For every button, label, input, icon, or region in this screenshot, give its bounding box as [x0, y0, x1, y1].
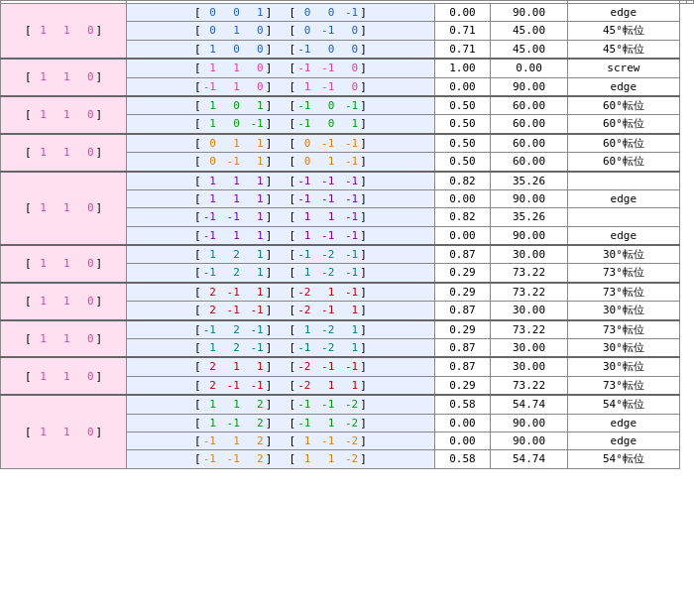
cos-value: 0.82 [434, 172, 490, 190]
t-vector-cell: [-1 1 0] [ 1 -1 0] [127, 77, 435, 96]
t-vector-cell: [ 1 1 1] [-1 -1 -1] [127, 189, 435, 207]
dislocation-type: 30°転位 [567, 245, 679, 264]
dislocation-type: 73°転位 [567, 264, 679, 283]
b-vector-cell: [ 1 1 0] [1, 4, 127, 60]
b-vector-cell: [ 1 1 0] [1, 245, 127, 283]
cos-value: 0.50 [434, 153, 490, 172]
angle-value: 60.00 [491, 115, 568, 134]
angle-value: 90.00 [491, 77, 568, 96]
cos-value: 0.71 [434, 40, 490, 59]
dislocation-type: 73°転位 [567, 320, 679, 339]
dislocation-type: edge [567, 77, 679, 96]
dislocation-type: 30°転位 [567, 339, 679, 358]
t-vector-cell: [ 2 -1 1] [-2 1 -1] [127, 283, 435, 302]
cos-value: 0.58 [434, 450, 490, 468]
angle-value: 45.00 [491, 40, 568, 59]
dislocation-type: 73°転位 [567, 283, 679, 302]
dislocation-type: screw [567, 59, 679, 77]
angle-value: 54.74 [491, 450, 568, 468]
cos-value: 0.50 [434, 115, 490, 134]
angle-value: 30.00 [491, 245, 568, 264]
t-vector-cell: [-1 -1 2] [ 1 1 -2] [127, 450, 435, 468]
angle-value: 30.00 [491, 339, 568, 358]
dislocation-type: 73°転位 [567, 376, 679, 395]
dislocation-type: 60°転位 [567, 153, 679, 172]
angle-value: 35.26 [491, 208, 568, 226]
angle-value: 54.74 [491, 395, 568, 414]
t-vector-cell: [ 1 0 -1] [-1 0 1] [127, 115, 435, 134]
main-table: [ 1 1 0] [ 0 0 1] [ 0 0 -1] 0.0090.00edg… [0, 0, 694, 469]
cos-value: 0.50 [434, 96, 490, 115]
t-vector-cell: [-1 2 -1] [ 1 -2 1] [127, 320, 435, 339]
angle-value: 30.00 [491, 302, 568, 320]
t-vector-cell: [ 2 1 1] [-2 -1 -1] [127, 357, 435, 376]
t-vector-cell: [ 1 -1 2] [-1 1 -2] [127, 414, 435, 431]
b-vector-cell: [ 1 1 0] [1, 59, 127, 96]
dislocation-type [567, 172, 679, 190]
cos-value: 0.82 [434, 208, 490, 226]
t-vector-cell: [-1 1 1] [ 1 -1 -1] [127, 226, 435, 245]
angle-value: 73.22 [491, 376, 568, 395]
dislocation-type: edge [567, 226, 679, 245]
angle-value: 73.22 [491, 283, 568, 302]
angle-value: 90.00 [491, 226, 568, 245]
dislocation-type: edge [567, 414, 679, 431]
t-vector-cell: [ 1 1 2] [-1 -1 -2] [127, 395, 435, 414]
cos-value: 0.87 [434, 302, 490, 320]
angle-value: 60.00 [491, 153, 568, 172]
cos-value: 0.00 [434, 226, 490, 245]
cos-value: 0.00 [434, 77, 490, 96]
angle-value: 73.22 [491, 264, 568, 283]
angle-value: 60.00 [491, 96, 568, 115]
cos-value: 0.87 [434, 245, 490, 264]
cos-value: 1.00 [434, 59, 490, 77]
t-vector-cell: [ 0 1 1] [ 0 -1 -1] [127, 134, 435, 153]
b-vector-cell: [ 1 1 0] [1, 283, 127, 320]
angle-value: 73.22 [491, 320, 568, 339]
t-vector-cell: [ 2 -1 -1] [-2 -1 1] [127, 302, 435, 320]
dislocation-type: 30°転位 [567, 357, 679, 376]
angle-value: 90.00 [491, 4, 568, 22]
cos-value: 0.58 [434, 395, 490, 414]
dislocation-type: edge [567, 189, 679, 207]
dislocation-type: edge [567, 431, 679, 449]
dislocation-type: edge [567, 4, 679, 22]
dislocation-type: 45°転位 [567, 22, 679, 40]
t-vector-cell: [ 1 0 1] [-1 0 -1] [127, 96, 435, 115]
cos-value: 0.29 [434, 264, 490, 283]
t-vector-cell: [ 1 0 0] [-1 0 0] [127, 40, 435, 59]
dislocation-type: 54°転位 [567, 395, 679, 414]
b-vector-cell: [ 1 1 0] [1, 395, 127, 468]
angle-value: 35.26 [491, 172, 568, 190]
angle-value: 0.00 [491, 59, 568, 77]
header-angle [679, 1, 686, 4]
dislocation-type: 45°転位 [567, 40, 679, 59]
t-vector-cell: [-1 1 2] [ 1 -1 -2] [127, 431, 435, 449]
dislocation-type: 60°転位 [567, 134, 679, 153]
b-vector-cell: [ 1 1 0] [1, 357, 127, 395]
cos-value: 0.29 [434, 320, 490, 339]
cos-value: 0.87 [434, 339, 490, 358]
t-vector-cell: [ 2 -1 -1] [-2 1 1] [127, 376, 435, 395]
dislocation-type: 60°転位 [567, 96, 679, 115]
angle-value: 90.00 [491, 414, 568, 431]
dislocation-type [567, 208, 679, 226]
dislocation-type: 30°転位 [567, 302, 679, 320]
t-vector-cell: [-1 2 1] [ 1 -2 -1] [127, 264, 435, 283]
t-vector-cell: [ 1 2 1] [-1 -2 -1] [127, 245, 435, 264]
cos-value: 0.00 [434, 4, 490, 22]
b-vector-cell: [ 1 1 0] [1, 134, 127, 172]
cos-value: 0.87 [434, 357, 490, 376]
angle-value: 90.00 [491, 431, 568, 449]
t-vector-cell: [ 0 -1 1] [ 0 1 -1] [127, 153, 435, 172]
t-vector-cell: [-1 -1 1] [ 1 1 -1] [127, 208, 435, 226]
b-vector-cell: [ 1 1 0] [1, 172, 127, 246]
b-vector-cell: [ 1 1 0] [1, 320, 127, 358]
b-vector-cell: [ 1 1 0] [1, 96, 127, 134]
header-type [686, 1, 693, 4]
cos-value: 0.50 [434, 134, 490, 153]
angle-value: 60.00 [491, 134, 568, 153]
cos-value: 0.29 [434, 376, 490, 395]
cos-value: 0.71 [434, 22, 490, 40]
angle-value: 45.00 [491, 22, 568, 40]
